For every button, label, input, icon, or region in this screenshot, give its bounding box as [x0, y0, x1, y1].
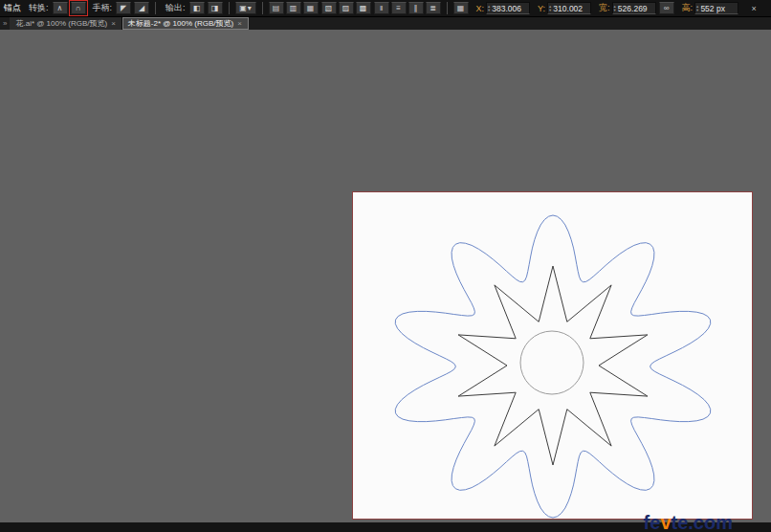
convert-to-corner-button[interactable]: ∧ — [53, 2, 68, 14]
watermark-suffix: te.com — [672, 512, 733, 532]
y-value: 310.002 — [553, 4, 583, 13]
distribute-horizontal-button[interactable]: ‖ — [374, 2, 389, 14]
x-input[interactable]: ▴▾ 383.006 — [486, 2, 530, 14]
show-handles-icon: ◤ — [121, 3, 126, 13]
spinner-icon[interactable]: ▴▾ — [614, 5, 616, 11]
tab-overflow-chevron-icon[interactable]: » — [0, 17, 10, 30]
align-left-icon: ▤ — [273, 3, 280, 13]
flower-path[interactable] — [395, 215, 710, 518]
distribute-vertical-icon: ≡ — [396, 3, 401, 13]
convert-corner-icon: ∧ — [57, 3, 63, 13]
canvas-workspace[interactable] — [0, 30, 771, 522]
spinner-icon[interactable]: ▴▾ — [696, 5, 698, 11]
constrain-proportions-icon: ∞ — [664, 3, 670, 13]
center-circle[interactable] — [520, 331, 584, 394]
align-left-button[interactable]: ▤ — [269, 2, 284, 14]
align-center-icon: ▥ — [290, 3, 297, 13]
control-bar: 锚点 转换: ∧ ∩ 手柄: ◤ ◢ 输出: ◧ ◨ ▣▾ ▤ ▥ ▦ ▧ ▨ … — [0, 0, 771, 17]
artboard[interactable] — [352, 191, 753, 520]
align-center-button[interactable]: ▥ — [286, 2, 301, 14]
align-right-button[interactable]: ▦ — [303, 2, 319, 14]
height-input[interactable]: ▴▾ 552 px — [694, 2, 738, 14]
tab-document-flower[interactable]: 花.ai* @ 100% (RGB/预览) × — [10, 17, 121, 30]
anchor-mode-label: 锚点 — [4, 2, 21, 14]
watermark-prefix: fe — [644, 512, 661, 532]
toolbar-separator — [447, 2, 448, 14]
align-middle-icon: ▨ — [342, 3, 350, 13]
width-label: 宽: — [599, 2, 610, 14]
tab-close-icon[interactable]: × — [237, 19, 242, 28]
x-label: X: — [476, 4, 485, 13]
distribute-horizontal-icon: ‖ — [380, 3, 383, 13]
width-field: 宽: ▴▾ 526.269 — [594, 2, 656, 14]
align-horizontal-group: ▤ ▥ ▦ — [269, 2, 319, 14]
height-value: 552 px — [700, 4, 725, 13]
distribute-space-h-icon: ∥ — [414, 3, 418, 13]
toolbar-separator — [155, 2, 156, 14]
watermark-accent: v — [660, 512, 671, 532]
align-top-icon: ▧ — [325, 3, 333, 13]
transform-panel-button[interactable]: ▦ — [453, 2, 469, 14]
toolbar-separator — [262, 2, 263, 14]
align-right-icon: ▦ — [307, 3, 315, 13]
width-value: 526.269 — [618, 4, 648, 13]
hide-handles-icon: ◢ — [139, 3, 144, 13]
hide-handles-button[interactable]: ◢ — [134, 2, 149, 14]
spinner-icon[interactable]: ▴▾ — [549, 5, 551, 11]
convert-label: 转换: — [29, 2, 49, 14]
distribute-space-v-button[interactable]: ≣ — [426, 2, 441, 14]
show-handles-button[interactable]: ◤ — [116, 2, 131, 14]
convert-to-smooth-button[interactable]: ∩ — [71, 2, 86, 14]
tab-close-icon[interactable]: × — [111, 19, 116, 28]
cut-path-button[interactable]: ◧ — [189, 2, 205, 14]
distribute-space-v-icon: ≣ — [430, 3, 436, 13]
distribute-group: ‖ ≡ ∥ ≣ — [374, 2, 441, 14]
height-label: 高: — [682, 2, 694, 14]
tab-label: 花.ai* @ 100% (RGB/预览) — [15, 18, 107, 29]
distribute-space-h-button[interactable]: ∥ — [408, 2, 424, 14]
constrain-proportions-button[interactable]: ∞ — [659, 2, 674, 14]
height-field: 高: ▴▾ 552 px — [677, 2, 739, 14]
x-value: 383.006 — [492, 4, 521, 13]
isolate-selection-button[interactable]: ▣▾ — [235, 2, 256, 14]
isolate-icon: ▣ — [239, 3, 247, 13]
align-middle-button[interactable]: ▨ — [339, 2, 354, 14]
tab-document-untitled-2[interactable]: 未标题-2* @ 100% (RGB/预览) × — [122, 17, 249, 30]
transform-grid-icon: ▦ — [457, 3, 465, 13]
flower-drawing — [353, 192, 752, 519]
distribute-vertical-button[interactable]: ≡ — [391, 2, 407, 14]
convert-smooth-icon: ∩ — [76, 3, 81, 13]
document-tab-bar: » 花.ai* @ 100% (RGB/预览) × 未标题-2* @ 100% … — [0, 17, 771, 30]
star-path[interactable] — [458, 266, 648, 465]
width-input[interactable]: ▴▾ 526.269 — [612, 2, 656, 14]
spinner-icon[interactable]: ▴▾ — [488, 5, 490, 11]
align-vertical-group: ▧ ▨ ▩ — [321, 2, 371, 14]
align-bottom-button[interactable]: ▩ — [356, 2, 371, 14]
output-label: 输出: — [165, 2, 186, 14]
handles-label: 手柄: — [93, 2, 113, 14]
x-field: X: ▴▾ 383.006 — [472, 2, 531, 14]
remove-anchor-icon: ◨ — [211, 3, 219, 13]
tab-label: 未标题-2* @ 100% (RGB/预览) — [128, 18, 233, 29]
align-bottom-icon: ▩ — [360, 3, 367, 13]
y-field: Y: ▴▾ 310.002 — [533, 2, 591, 14]
toolbar-separator — [229, 2, 230, 14]
align-top-button[interactable]: ▧ — [321, 2, 337, 14]
chevron-down-icon: ▾ — [248, 3, 252, 13]
remove-anchor-button[interactable]: ◨ — [208, 2, 223, 14]
close-panel-icon[interactable]: × — [747, 2, 760, 14]
cut-path-icon: ◧ — [193, 3, 201, 13]
watermark: fevte.com — [644, 512, 733, 532]
y-label: Y: — [538, 4, 545, 13]
y-input[interactable]: ▴▾ 310.002 — [547, 2, 591, 14]
